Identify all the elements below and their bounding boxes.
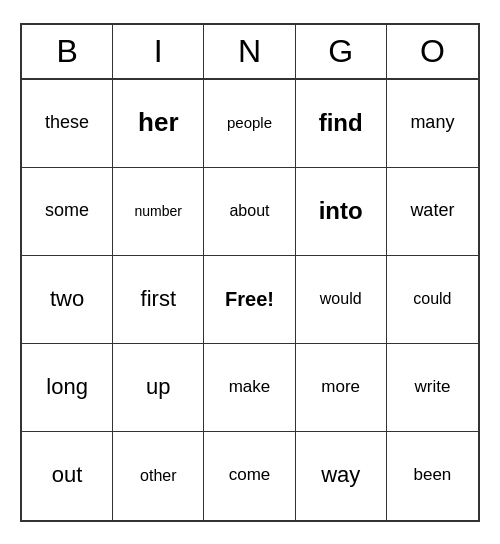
header-o: O <box>387 25 478 78</box>
cell-3-1[interactable]: up <box>113 344 204 432</box>
header-n: N <box>204 25 295 78</box>
cell-2-3[interactable]: would <box>296 256 387 344</box>
cell-0-0[interactable]: these <box>22 80 113 168</box>
header-g: G <box>296 25 387 78</box>
header-i: I <box>113 25 204 78</box>
cell-1-2[interactable]: about <box>204 168 295 256</box>
cell-0-2[interactable]: people <box>204 80 295 168</box>
header-b: B <box>22 25 113 78</box>
cell-3-4[interactable]: write <box>387 344 478 432</box>
cell-free[interactable]: Free! <box>204 256 295 344</box>
cell-3-2[interactable]: make <box>204 344 295 432</box>
cell-4-4[interactable]: been <box>387 432 478 520</box>
cell-1-4[interactable]: water <box>387 168 478 256</box>
cell-1-3[interactable]: into <box>296 168 387 256</box>
cell-3-3[interactable]: more <box>296 344 387 432</box>
cell-0-3[interactable]: find <box>296 80 387 168</box>
cell-2-1[interactable]: first <box>113 256 204 344</box>
cell-3-0[interactable]: long <box>22 344 113 432</box>
cell-4-3[interactable]: way <box>296 432 387 520</box>
bingo-header: B I N G O <box>22 25 478 80</box>
bingo-card: B I N G O these her people find many som… <box>20 23 480 522</box>
cell-0-1[interactable]: her <box>113 80 204 168</box>
cell-1-1[interactable]: number <box>113 168 204 256</box>
cell-2-4[interactable]: could <box>387 256 478 344</box>
cell-2-0[interactable]: two <box>22 256 113 344</box>
cell-4-0[interactable]: out <box>22 432 113 520</box>
cell-1-0[interactable]: some <box>22 168 113 256</box>
cell-4-2[interactable]: come <box>204 432 295 520</box>
cell-0-4[interactable]: many <box>387 80 478 168</box>
cell-4-1[interactable]: other <box>113 432 204 520</box>
bingo-grid: these her people find many some number a… <box>22 80 478 520</box>
